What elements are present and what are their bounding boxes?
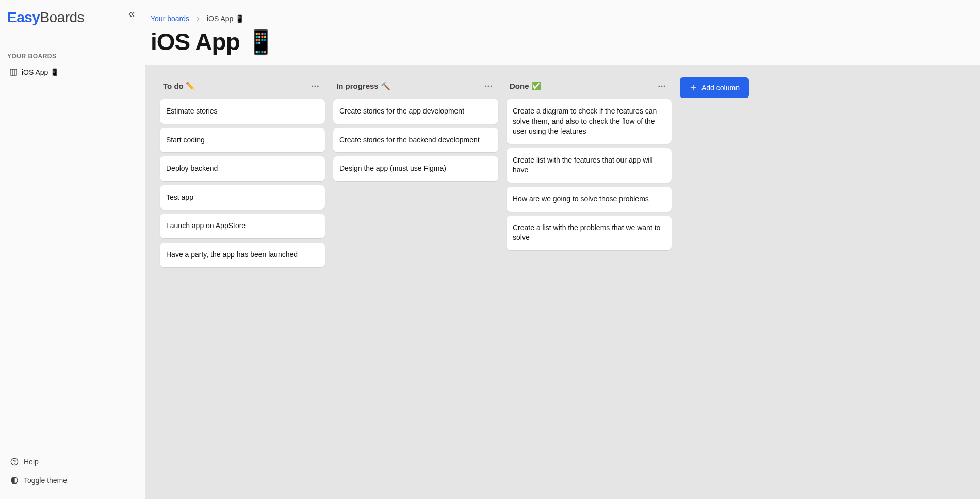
- breadcrumb-root-link[interactable]: Your boards: [151, 14, 189, 23]
- svg-point-10: [488, 86, 489, 87]
- svg-point-6: [312, 86, 313, 87]
- help-icon: [10, 458, 19, 466]
- card[interactable]: Create stories for the app development: [333, 99, 498, 124]
- chevrons-left-icon: [127, 10, 136, 19]
- card[interactable]: Create stories for the backend developme…: [333, 128, 498, 153]
- card[interactable]: Deploy backend: [160, 156, 325, 181]
- svg-rect-0: [10, 69, 17, 75]
- add-column-button[interactable]: Add column: [680, 77, 749, 98]
- svg-point-14: [664, 86, 665, 87]
- card[interactable]: Create a diagram to check if the feature…: [507, 99, 672, 144]
- column-header: In progress 🔨: [333, 77, 498, 99]
- sidebar-section-label: YOUR BOARDS: [7, 53, 138, 60]
- column-title: To do ✏️: [163, 82, 195, 91]
- sidebar-collapse-button[interactable]: [125, 8, 138, 21]
- card-list: Estimate storiesStart codingDeploy backe…: [160, 99, 325, 267]
- card[interactable]: Start coding: [160, 128, 325, 153]
- board-scroll-area[interactable]: To do ✏️Estimate storiesStart codingDepl…: [145, 65, 980, 499]
- column-menu-button[interactable]: [656, 81, 667, 92]
- plus-icon: [689, 84, 697, 92]
- card[interactable]: Create a list with the problems that we …: [507, 216, 672, 250]
- board-icon: [9, 68, 18, 76]
- column-menu-button[interactable]: [483, 81, 494, 92]
- svg-point-7: [315, 86, 316, 87]
- sidebar: EasyBoards YOUR BOARDS iOS App 📱 Help To…: [0, 0, 145, 499]
- column-title: Done ✅: [510, 82, 541, 91]
- main-content: Your boards iOS App 📱 iOS App 📱 To do ✏️…: [145, 0, 980, 499]
- card[interactable]: Design the app (must use Figma): [333, 156, 498, 181]
- chevron-right-icon: [194, 15, 202, 22]
- theme-label: Toggle theme: [24, 476, 67, 485]
- card[interactable]: Have a party, the app has been launched: [160, 243, 325, 267]
- card[interactable]: Test app: [160, 185, 325, 210]
- sidebar-item-ios-app[interactable]: iOS App 📱: [7, 65, 138, 79]
- app-logo[interactable]: EasyBoards: [7, 9, 138, 26]
- breadcrumb: Your boards iOS App 📱: [151, 14, 966, 23]
- column-header: Done ✅: [507, 77, 672, 99]
- svg-point-11: [491, 86, 492, 87]
- more-horizontal-icon: [484, 82, 493, 91]
- column-title: In progress 🔨: [336, 82, 390, 91]
- card[interactable]: How are we going to solve those problems: [507, 187, 672, 212]
- header-area: Your boards iOS App 📱 iOS App 📱: [145, 0, 980, 65]
- column-header: To do ✏️: [160, 77, 325, 99]
- card-list: Create a diagram to check if the feature…: [507, 99, 672, 250]
- column: To do ✏️Estimate storiesStart codingDepl…: [160, 77, 325, 267]
- svg-point-9: [485, 86, 486, 87]
- svg-point-12: [659, 86, 660, 87]
- card-list: Create stories for the app developmentCr…: [333, 99, 498, 181]
- card[interactable]: Launch app on AppStore: [160, 214, 325, 238]
- logo-part-2: Boards: [40, 9, 84, 25]
- board: To do ✏️Estimate storiesStart codingDepl…: [160, 77, 966, 267]
- more-horizontal-icon: [311, 82, 320, 91]
- help-button[interactable]: Help: [7, 454, 138, 470]
- breadcrumb-current: iOS App 📱: [207, 14, 244, 23]
- toggle-theme-button[interactable]: Toggle theme: [7, 472, 138, 489]
- sidebar-footer: Help Toggle theme: [7, 454, 138, 492]
- card[interactable]: Create list with the features that our a…: [507, 148, 672, 183]
- more-horizontal-icon: [657, 82, 666, 91]
- svg-point-8: [318, 86, 319, 87]
- page-title: iOS App 📱: [151, 28, 966, 56]
- column: Done ✅Create a diagram to check if the f…: [507, 77, 672, 250]
- help-label: Help: [24, 458, 39, 466]
- column: In progress 🔨Create stories for the app …: [333, 77, 498, 181]
- add-column-label: Add column: [701, 84, 740, 92]
- svg-point-13: [661, 86, 662, 87]
- card[interactable]: Estimate stories: [160, 99, 325, 124]
- sidebar-item-label: iOS App 📱: [22, 68, 59, 76]
- logo-part-1: Easy: [7, 9, 40, 25]
- theme-icon: [10, 476, 19, 485]
- column-menu-button[interactable]: [309, 81, 321, 92]
